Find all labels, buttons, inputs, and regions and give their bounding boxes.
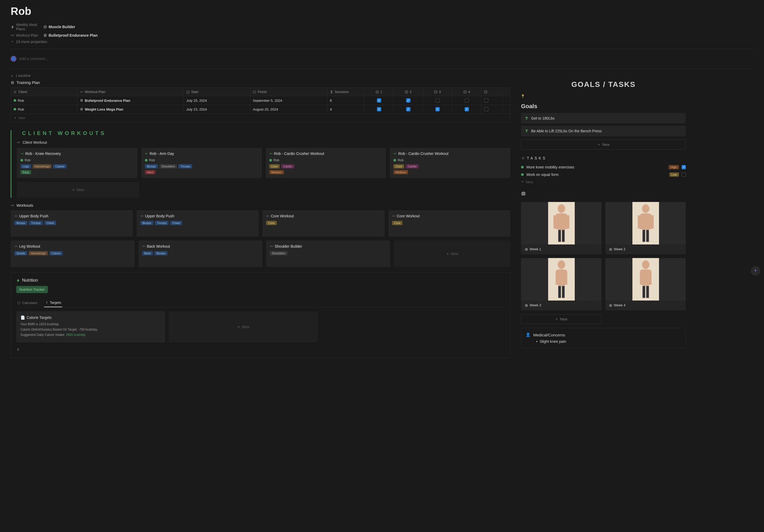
new-workout-card[interactable]: New: [394, 241, 511, 267]
ai-assistant-button[interactable]: [751, 266, 760, 275]
plus-icon: [237, 325, 240, 328]
workout-card[interactable]: Core Workout Core: [263, 210, 385, 237]
goal-row[interactable]: Get to 180Lbs: [521, 113, 686, 123]
client-workout-card[interactable]: Rob - Knee Recovery Rob LegsHamstringsCa…: [17, 148, 137, 178]
svg-rect-30: [643, 286, 645, 298]
plus-icon: [14, 116, 17, 119]
progress-photo-card[interactable]: Week 1: [521, 202, 602, 254]
book-icon: [11, 81, 14, 85]
pin-icon: [45, 301, 48, 304]
client-workout-card[interactable]: Rob - Cardio Crusher Workout Rob CoreCar…: [390, 148, 510, 178]
calendar-icon: [186, 90, 190, 93]
page-title: Rob: [11, 5, 753, 17]
checkbox-icon: [484, 90, 487, 93]
client-workout-card[interactable]: Rob - Cardio Crusher Workout Rob CoreCar…: [266, 148, 386, 178]
session-checkbox[interactable]: [436, 107, 440, 111]
client-workout-subheader[interactable]: Client Workout: [17, 140, 510, 144]
book-icon: [43, 34, 47, 37]
task-row[interactable]: More knee mobility exercisesHigh: [521, 163, 686, 171]
trophy-icon: [525, 129, 528, 133]
tab-targets[interactable]: Targets: [44, 298, 63, 307]
new-nutrition-card[interactable]: New: [169, 311, 318, 343]
svg-rect-23: [565, 271, 567, 284]
plus-icon: [555, 317, 558, 321]
list-icon: [521, 156, 525, 160]
svg-rect-11: [567, 215, 569, 229]
settings-icon[interactable]: [16, 348, 20, 352]
goals-subheader: Goals: [521, 103, 686, 110]
task-checkbox[interactable]: [681, 165, 686, 169]
tab-calculator[interactable]: Calculator: [16, 298, 39, 307]
new-photo-button[interactable]: New: [521, 314, 602, 324]
dumbbell-icon: [11, 204, 14, 207]
workout-card[interactable]: Upper Body Push BicepsTricepsChest: [11, 210, 133, 237]
goal-row[interactable]: Be Able to Lift 225Lbs On the Bench Pres…: [521, 126, 686, 136]
workout-card[interactable]: Upper Body Push BicepsTricepsChest: [137, 210, 259, 237]
session-checkbox[interactable]: [484, 98, 488, 102]
plus-icon: [72, 188, 75, 191]
session-checkbox[interactable]: [377, 98, 381, 102]
svg-rect-31: [646, 286, 649, 298]
prop-workout-plan[interactable]: Workout Plan Bulletproof Endurance Plan: [11, 33, 753, 38]
hourglass-icon: [330, 90, 333, 93]
svg-rect-17: [651, 215, 654, 229]
camera-icon[interactable]: [521, 191, 526, 196]
client-workout-card[interactable]: Rob - Arm Day Rob BicepsShouldersTriceps…: [141, 148, 262, 178]
session-checkbox[interactable]: [406, 98, 410, 102]
divider: [11, 49, 753, 49]
table-row[interactable]: Rob Weight Loss Mega Plan July 23, 2024 …: [11, 105, 510, 114]
arrow-icon: [11, 74, 14, 77]
svg-rect-12: [558, 230, 561, 242]
new-training-plan-row[interactable]: New: [11, 114, 510, 122]
svg-rect-25: [562, 286, 565, 298]
workout-card[interactable]: Core Workout Core: [388, 210, 511, 237]
medical-concerns-box: 👤Medical/Concerns Slight knee pain: [521, 328, 686, 348]
training-plan-table: Client Workout Plan Start Finish Session…: [11, 88, 510, 122]
session-checkbox[interactable]: [465, 107, 469, 111]
calorie-targets-card[interactable]: 📄Calorie Targets Your BMR is 1923 kcal/d…: [16, 311, 165, 343]
svg-rect-29: [649, 271, 652, 284]
comment-input-row[interactable]: 👤 Add a comment...: [11, 54, 753, 64]
task-row[interactable]: Work on squat formLow: [521, 171, 686, 178]
nutrition-tracker-link[interactable]: Nutrition Tracker: [16, 286, 48, 293]
progress-photo-card[interactable]: Week 2: [605, 202, 686, 254]
trophy-icon: [521, 94, 525, 98]
target-icon: [43, 25, 47, 29]
session-checkbox[interactable]: [436, 98, 440, 102]
more-properties-toggle[interactable]: 24 more properties: [11, 40, 753, 44]
progress-photo-card[interactable]: Week 3: [521, 258, 602, 310]
session-checkbox[interactable]: [406, 107, 410, 111]
task-checkbox[interactable]: [681, 172, 686, 177]
svg-point-21: [558, 261, 565, 269]
workouts-header[interactable]: Workouts: [11, 203, 510, 208]
workout-card[interactable]: Leg Workout QuadsHamstringsCalves: [11, 241, 135, 267]
avatar: 👤: [11, 56, 17, 62]
svg-rect-24: [558, 286, 561, 298]
backlink-toggle[interactable]: 1 backlink: [11, 74, 753, 78]
session-checkbox[interactable]: [484, 107, 488, 111]
progress-photo-card[interactable]: Week 4: [605, 258, 686, 310]
new-goal-button[interactable]: New: [521, 139, 686, 150]
new-task-button[interactable]: New: [521, 178, 686, 186]
table-row[interactable]: Rob Bulletproof Endurance Plan July 25, …: [11, 96, 510, 105]
svg-point-27: [642, 261, 650, 269]
svg-point-15: [642, 204, 650, 213]
workout-card[interactable]: Back Workout BackBiceps: [138, 241, 263, 267]
svg-rect-19: [646, 230, 649, 242]
camera-icon: [525, 304, 528, 307]
apple-icon: [11, 25, 14, 29]
tasks-header[interactable]: TASKS: [521, 156, 686, 160]
workout-card[interactable]: Shoulder Builder Shoulders: [266, 241, 390, 267]
plus-icon: [521, 180, 524, 183]
session-checkbox[interactable]: [377, 107, 381, 111]
new-client-workout[interactable]: New: [17, 182, 139, 198]
session-checkbox[interactable]: [465, 98, 469, 102]
people-icon: [14, 90, 17, 93]
goals-tasks-title: GOALS / TASKS: [521, 80, 686, 89]
nutrition-header: Nutrition: [16, 278, 505, 283]
prop-meal-plans[interactable]: Weekly Meal Plans Muscle Builder: [11, 23, 753, 31]
sparkle-icon: [754, 269, 757, 272]
training-plan-header[interactable]: Training Plan: [11, 80, 510, 85]
dumbbell-icon: [80, 90, 83, 93]
svg-rect-28: [640, 271, 643, 284]
